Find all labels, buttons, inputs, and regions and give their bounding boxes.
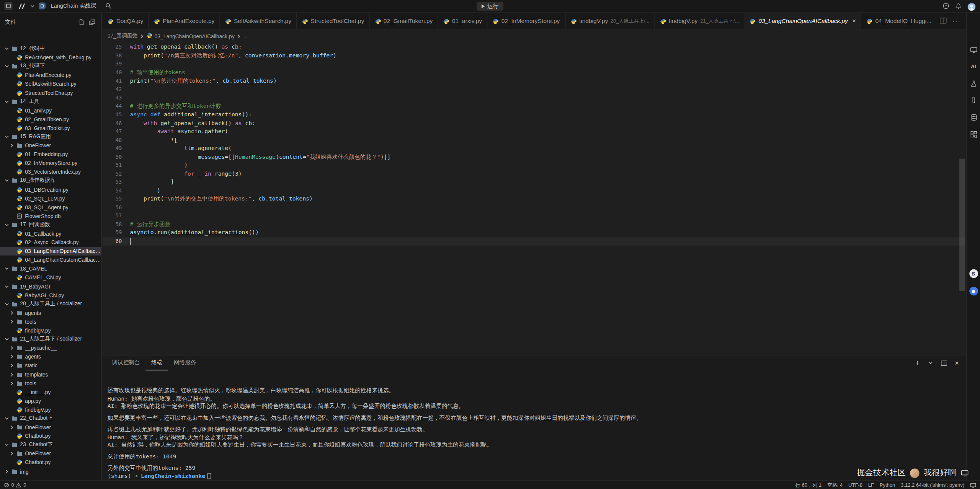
chevron-down-icon[interactable] (31, 3, 34, 7)
tree-item[interactable]: PlanAndExecute.py (0, 71, 101, 80)
editor-tab[interactable]: DocQA.py (103, 13, 149, 29)
tree-item[interactable]: Chatbot.py (0, 432, 101, 440)
code-line[interactable]: 56 (103, 203, 966, 212)
code-editor[interactable]: 25with get_openai_callback() as cb:38 pr… (103, 43, 966, 355)
tree-item[interactable]: BabyAGI_CN.py (0, 291, 101, 300)
tree-item[interactable]: 03_LangChainOpenAICallback.py (0, 247, 101, 256)
panel-tab[interactable]: 调试控制台 (106, 355, 146, 370)
tree-item[interactable]: SelfAskwithSearch.py (0, 80, 101, 88)
tree-item[interactable]: templates (0, 370, 101, 379)
code-line[interactable]: 58# 运行异步函数 (103, 220, 966, 229)
ai-badge-icon[interactable]: AI (969, 62, 977, 70)
code-line[interactable]: 50 messages=[[HumanMessage(content="我姐姐喜… (103, 153, 966, 161)
run-button[interactable]: 运行 (477, 2, 503, 11)
editor-tab[interactable]: 04_ModelIO_Huggi... (862, 13, 937, 29)
tree-item[interactable]: 02_GmailToken.py (0, 115, 101, 124)
tree-item[interactable]: app.py (0, 396, 101, 405)
close-icon[interactable]: × (852, 18, 856, 24)
tree-item[interactable]: 23_Chatbot下 (0, 440, 101, 449)
database-icon[interactable] (969, 113, 977, 121)
screencast-icon[interactable] (970, 482, 976, 488)
breadcrumb-symbol[interactable]: ... (243, 33, 248, 39)
tree-item[interactable]: 01_Embedding.py (0, 150, 101, 159)
code-line[interactable]: 57 (103, 212, 966, 220)
tree-item[interactable]: 21_人脉工具下 / socializer (0, 335, 101, 344)
tree-item[interactable]: 18_CAMEL (0, 264, 101, 273)
tree-item[interactable]: 15_RAG应用 (0, 132, 101, 141)
status-language-mode[interactable]: Python (880, 482, 895, 489)
tree-item[interactable]: StructedToolChat.py (0, 88, 101, 97)
tree-item[interactable]: OneFlower (0, 141, 101, 150)
code-line[interactable]: 40# 输出使用的tokens (103, 68, 966, 77)
slashes-logo-icon[interactable] (18, 0, 26, 11)
code-line[interactable]: 53 ] (103, 178, 966, 186)
tree-item[interactable]: OneFlower (0, 449, 101, 458)
tree-item[interactable]: Chatbot.py (0, 458, 101, 467)
split-editor-icon[interactable] (939, 16, 947, 27)
tree-item[interactable]: 12_代码中 (0, 44, 101, 53)
tree-item[interactable]: ReActAgent_with_Debug.py (0, 53, 101, 62)
tree-item[interactable]: tools (0, 379, 101, 388)
editor-tab[interactable]: StructedToolChat.py (297, 13, 370, 29)
tree-item[interactable]: 01_Callback.py (0, 229, 101, 238)
tree-item[interactable]: tools (0, 317, 101, 326)
tree-item[interactable]: 01_DBCreation.py (0, 185, 101, 194)
tree-item[interactable]: __pycache__ (0, 344, 101, 352)
new-terminal-icon[interactable]: + (914, 359, 921, 367)
code-line[interactable]: 55 print("\n另外的交互中使用的tokens:", cb.total_… (103, 195, 966, 203)
tree-item[interactable]: 03_SQL_Agent.py (0, 203, 101, 212)
code-line[interactable]: 51 ) (103, 161, 966, 170)
editor-tab[interactable]: findbigV.py21_人脉工具下/... (655, 13, 745, 29)
status-cursor-position[interactable]: 行 60，列 1 (795, 482, 822, 489)
tree-item[interactable]: CAMEL_CN.py (0, 273, 101, 282)
remote-screen-icon[interactable] (969, 46, 977, 54)
account-avatar[interactable] (967, 2, 975, 10)
code-line[interactable]: 47 await asyncio.gather( (103, 127, 966, 136)
code-line[interactable]: 38 print("/n第三次对话后的记忆:/n", conversation.… (103, 52, 966, 60)
editor-tab[interactable]: 01_arxiv.py (438, 13, 488, 29)
tree-item[interactable]: OneFlower (0, 423, 101, 432)
tree-item[interactable]: 04_LangChainCustomCallback.py (0, 256, 101, 264)
editor-tab[interactable]: findbigV.py20_人脉工具上/... (565, 13, 655, 29)
app-logo-icon[interactable] (4, 2, 12, 10)
code-line[interactable]: 43 (103, 94, 966, 102)
editor-tab[interactable]: SelfAskwithSearch.py (220, 13, 297, 29)
extension-ai-assistant-icon[interactable] (969, 287, 978, 295)
code-line[interactable]: 60 (103, 237, 966, 246)
breadcrumb-file[interactable]: 03_LangChainOpenAICallback.py (146, 33, 234, 40)
help-icon[interactable]: ? (942, 1, 949, 12)
tree-item[interactable]: agents (0, 352, 101, 361)
flask-icon[interactable] (969, 79, 977, 87)
status-python-interpreter[interactable]: 3.12.2 64-bit ('shims': pyenv) (901, 482, 964, 489)
editor-tab[interactable]: 02_InMemoryStore.py (488, 13, 565, 29)
editor-tab[interactable]: 03_LangChainOpenAICallback.py× (745, 13, 861, 29)
panel-tab[interactable]: 终端 (145, 355, 168, 370)
status-indentation[interactable]: 空格: 4 (827, 482, 843, 489)
code-line[interactable]: 25with get_openai_callback() as cb: (103, 43, 966, 52)
tree-item[interactable]: 02_Async_Callback.py (0, 238, 101, 247)
code-line[interactable]: 39 (103, 60, 966, 68)
panel-tab[interactable]: 网络服务 (168, 355, 202, 370)
code-line[interactable]: 54 ) (103, 186, 966, 195)
tree-item[interactable]: static (0, 361, 101, 370)
code-line[interactable]: 42 (103, 85, 966, 94)
search-icon[interactable] (105, 0, 112, 11)
tree-item[interactable]: 03_GmailToolkit.py (0, 124, 101, 132)
extension-codeium-icon[interactable]: S (969, 269, 978, 278)
problems-indicator[interactable]: 0 0 (4, 482, 26, 488)
code-line[interactable]: 44# 进行更多的异步交互和token计数 (103, 102, 966, 111)
tree-item[interactable]: __init__.py (0, 388, 101, 396)
code-line[interactable]: 46 with get_openai_callback() as cb: (103, 119, 966, 127)
tree-item[interactable]: 19_BabyAGI (0, 282, 101, 291)
tree-item[interactable]: 02_InMemoryStore.py (0, 159, 101, 168)
editor-tab[interactable]: PlanAndExecute.py (149, 13, 220, 29)
tree-item[interactable]: 03_VectorstoreIndex.py (0, 168, 101, 176)
tree-item[interactable]: findbigV.py (0, 405, 101, 414)
tree-item[interactable]: 13_代码下 (0, 62, 101, 71)
close-panel-icon[interactable]: × (953, 359, 961, 367)
breadcrumb-folder[interactable]: 17_回调函数 (108, 33, 138, 40)
terminal-profile-chevron-icon[interactable] (927, 359, 934, 367)
collapse-all-icon[interactable] (88, 18, 96, 26)
more-actions-icon[interactable]: ··· (952, 18, 960, 25)
code-line[interactable]: 52 for _ in range(3) (103, 170, 966, 178)
